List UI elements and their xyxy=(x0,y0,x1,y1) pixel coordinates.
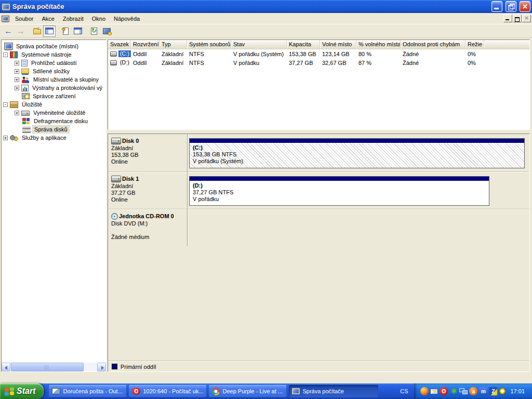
tree-item-1[interactable]: -Systémové nástroje xyxy=(2,50,106,59)
disk-row-2: Jednotka CD-ROM 0Disk DVD (M:) Žádné méd… xyxy=(108,209,529,246)
expand-icon[interactable]: + xyxy=(15,86,19,90)
refresh-button[interactable] xyxy=(88,25,100,37)
expand-icon[interactable]: + xyxy=(15,61,19,65)
menu-item-2[interactable]: Zobrazit xyxy=(59,15,88,23)
zonealarm-z-icon[interactable]: Z xyxy=(489,387,497,395)
task-button-1[interactable]: 1020:640 - Počítač uk... xyxy=(129,385,207,397)
tree-item-4[interactable]: +Místní uživatelé a skupiny xyxy=(2,75,106,84)
tree-item-label: Defragmentace disku xyxy=(32,117,89,125)
show-hide-tree-button[interactable] xyxy=(43,25,56,37)
tree-item-5[interactable]: +Výstrahy a protokolování vý xyxy=(2,84,106,92)
task-label: Správa počítače xyxy=(302,388,344,394)
clock[interactable]: 17:01 xyxy=(508,388,529,394)
forward-button[interactable] xyxy=(15,25,27,37)
horizontal-scrollbar[interactable] xyxy=(2,363,106,371)
expand-icon[interactable]: + xyxy=(3,136,8,140)
column-header-0[interactable]: Svazek xyxy=(108,40,131,49)
tree-item-9[interactable]: Defragmentace disku xyxy=(2,117,106,125)
legend-label: Primární oddíl xyxy=(121,364,156,370)
tree-item-8[interactable]: +Vyměnitelné úložiště xyxy=(2,109,106,117)
tree-item-6[interactable]: Správce zařízení xyxy=(2,92,106,100)
child-close-button[interactable] xyxy=(522,15,531,22)
child-restore-button[interactable] xyxy=(513,15,522,22)
scroll-right-button[interactable] xyxy=(97,363,106,371)
cell-free_pct: 80 % xyxy=(356,51,401,57)
column-header-7[interactable]: % volného místa xyxy=(356,40,401,49)
title-bar: Správa počítače xyxy=(0,0,532,13)
child-window-icon[interactable] xyxy=(2,16,9,21)
disk-info-1[interactable]: Disk 1Základní37,27 GBOnline xyxy=(108,172,188,209)
partition-(D:)[interactable]: (D:)37,27 GB NTFSV pořádku xyxy=(189,176,489,206)
opera-tray-icon[interactable]: O xyxy=(440,387,448,395)
restore-button[interactable] xyxy=(506,1,516,12)
avast-tray-icon[interactable]: a xyxy=(469,387,477,395)
column-header-4[interactable]: Stav xyxy=(231,40,287,49)
show-action-pane-button[interactable] xyxy=(72,25,84,37)
task-button-2[interactable]: Deep Purple - Live at ... xyxy=(209,385,287,397)
column-header-5[interactable]: Kapacita xyxy=(287,40,320,49)
disk-console-button[interactable] xyxy=(100,25,113,37)
partition-(C:)[interactable]: (C:)153,38 GB NTFSV pořádku (Systém) xyxy=(189,138,525,168)
messenger-m-icon[interactable]: m xyxy=(479,387,487,395)
mail-notification-icon[interactable] xyxy=(430,389,438,394)
context-help-button[interactable] xyxy=(59,25,72,37)
language-indicator[interactable]: CS xyxy=(394,388,414,394)
tree-item-2[interactable]: +Prohlížeč událostí xyxy=(2,59,106,67)
tree-item-label: Úložiště xyxy=(20,101,44,108)
minimize-button[interactable] xyxy=(491,1,502,12)
menu-item-0[interactable]: Soubor xyxy=(11,15,37,23)
device-manager-icon xyxy=(22,94,29,99)
tree-item-label: Systémové nástroje xyxy=(20,51,73,58)
tree-item-10[interactable]: Správa disků xyxy=(2,125,106,134)
pane-splitter[interactable] xyxy=(108,130,530,134)
disk-info-2[interactable]: Jednotka CD-ROM 0Disk DVD (M:) Žádné méd… xyxy=(108,209,188,246)
column-header-2[interactable]: Typ xyxy=(159,40,187,49)
tree-item-label: Správa disků xyxy=(33,126,69,133)
expand-icon[interactable]: + xyxy=(15,77,19,82)
cell-type: Základní xyxy=(159,51,187,57)
tree-item-label: Místní uživatelé a skupiny xyxy=(32,76,100,83)
partition-status: V pořádku (Systém) xyxy=(193,158,524,165)
task-button-0[interactable]: Doručená pošta - Out... xyxy=(49,385,127,397)
start-button[interactable]: Start xyxy=(0,383,44,399)
partition-type-strip xyxy=(190,139,524,143)
expand-icon[interactable]: + xyxy=(15,111,19,115)
volume-row-0[interactable]: (C:)OddílZákladníNTFSV pořádku (Systém)1… xyxy=(108,49,529,58)
icq-flower-icon[interactable]: ✱ xyxy=(449,387,458,395)
collapse-icon[interactable]: - xyxy=(3,102,8,107)
tree-item-0[interactable]: Správa počítače (místní) xyxy=(2,42,106,50)
child-minimize-button[interactable] xyxy=(503,15,512,22)
scrollbar-thumb[interactable] xyxy=(11,363,84,371)
tree-item-7[interactable]: -Úložiště xyxy=(2,100,106,109)
network-monitors-icon[interactable] xyxy=(459,387,468,395)
column-header-1[interactable]: Rozvržení xyxy=(131,40,159,49)
menu-item-3[interactable]: Okno xyxy=(88,15,110,23)
help-doc-icon xyxy=(63,28,69,35)
tree-item-11[interactable]: +Služby a aplikace xyxy=(2,134,106,142)
expand-icon[interactable]: + xyxy=(15,69,19,74)
disk-info-line: Základní xyxy=(111,145,185,152)
collapse-icon[interactable]: - xyxy=(3,52,8,57)
partition-size: 153,38 GB NTFS xyxy=(193,151,524,158)
column-header-3[interactable]: Systém souborů xyxy=(187,40,231,49)
security-ball-icon[interactable] xyxy=(420,387,429,395)
disk-info-0[interactable]: Disk 0Základní153,38 GBOnline xyxy=(108,134,188,171)
disk-management-icon xyxy=(22,126,31,133)
partition-size: 37,27 GB NTFS xyxy=(193,189,489,196)
column-header-9[interactable]: Režie xyxy=(466,40,484,49)
volume-row-1[interactable]: (D:)OddílZákladníNTFSV pořádku37,27 GB32… xyxy=(108,58,529,67)
arrow-left-icon xyxy=(4,26,12,36)
menu-item-1[interactable]: Akce xyxy=(37,15,58,23)
menu-item-4[interactable]: Nápověda xyxy=(110,15,144,23)
disk-name: Disk 0 xyxy=(122,138,139,144)
up-one-level-button[interactable] xyxy=(31,25,43,37)
menu-items: SouborAkceZobrazitOknoNápověda xyxy=(11,16,144,22)
scroll-left-button[interactable] xyxy=(2,363,10,371)
task-button-3[interactable]: Správa počítače xyxy=(289,385,378,397)
stopwatch-icon[interactable] xyxy=(499,388,506,395)
back-button[interactable] xyxy=(2,25,15,37)
tree-item-3[interactable]: +Sdílené složky xyxy=(2,67,106,75)
close-button[interactable] xyxy=(520,1,530,12)
column-header-8[interactable]: Odolnost proti chybám xyxy=(401,40,466,49)
column-header-6[interactable]: Volné místo xyxy=(320,40,356,49)
